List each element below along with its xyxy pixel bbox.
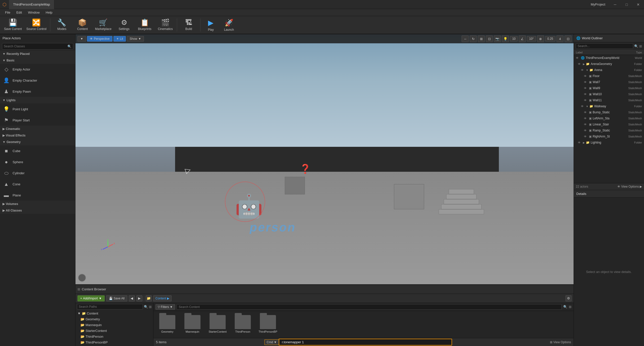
viewport-scene[interactable]: 🤖 ❓ ▷ person X Z Y xyxy=(75,34,574,284)
outliner-item-ramp[interactable]: 👁 ▣ Ramp_Static StaticMesh xyxy=(574,127,644,133)
actor-cylinder[interactable]: ⬭ Cylinder xyxy=(0,167,75,179)
vp-snap-btn[interactable]: ⊡ xyxy=(486,36,493,42)
category-all-classes[interactable]: ▶ All Classes xyxy=(0,207,75,214)
folder-third-person-bp[interactable]: ThirdPersonBP xyxy=(257,314,279,335)
show-btn[interactable]: Show ▼ xyxy=(127,36,144,42)
outliner-item-walkway[interactable]: 👁 ▼ 📁 Walkway Folder xyxy=(574,103,644,109)
actor-cone[interactable]: ▲ Cone xyxy=(0,179,75,190)
folder-geometry[interactable]: Geometry xyxy=(156,314,179,335)
actor-player-start[interactable]: ⚑ Player Start xyxy=(0,115,75,126)
folder-third-person[interactable]: ThirdPerson xyxy=(231,314,254,335)
forward-button[interactable]: ▶ xyxy=(136,295,142,301)
category-recently-placed[interactable]: ▼ Recently Placed xyxy=(0,51,75,57)
cb-folder-btn[interactable]: 📁 xyxy=(146,295,152,301)
blueprints-button[interactable]: 📋 Blueprints xyxy=(135,17,155,33)
outliner-item-arena-geometry[interactable]: 👁 ▶ 📁 ArenaGeometry Folder xyxy=(574,61,644,67)
vp-scale-value[interactable]: 0.25 xyxy=(545,36,555,42)
cinematics-button[interactable]: 🎬 Cinematics xyxy=(155,17,175,33)
play-button[interactable]: ▶ Play xyxy=(202,17,220,33)
viewport-dropdown-btn[interactable]: ▼ xyxy=(77,36,86,42)
menu-edit[interactable]: Edit xyxy=(13,9,25,16)
outliner-item-rightarm[interactable]: 👁 ▣ RightArm_St StaticMesh xyxy=(574,133,644,140)
vp-camera-btn[interactable]: 📷 xyxy=(494,36,501,42)
cb-settings-button[interactable]: ⚙ xyxy=(566,295,572,301)
search-content-input[interactable] xyxy=(177,304,562,310)
actor-empty-character[interactable]: 👤 Empty Character xyxy=(0,75,75,86)
folder-starter-content[interactable]: StarterContent xyxy=(206,314,229,335)
tree-geometry[interactable]: 📂 Geometry xyxy=(75,316,153,322)
vp-rotate-btn[interactable]: ↻ xyxy=(470,36,477,42)
search-classes-bar[interactable]: 🔍 xyxy=(2,43,73,50)
vp-scale-btn[interactable]: ⊞ xyxy=(478,36,485,42)
add-import-button[interactable]: + Add/Import ▼ xyxy=(77,295,105,301)
content-view-settings-icon[interactable]: ⊞ xyxy=(569,305,572,309)
actor-cube[interactable]: ■ Cube xyxy=(0,145,75,156)
outliner-item-arena[interactable]: 👁 ▼ 📁 Arena Folder xyxy=(574,67,644,73)
search-classes-input[interactable] xyxy=(4,45,67,48)
outliner-item-wall9[interactable]: 👁 ▣ Wall9 StaticMesh xyxy=(574,85,644,91)
source-control-button[interactable]: 🔀 Source Control xyxy=(24,17,49,33)
lit-btn[interactable]: ☀ Lit xyxy=(113,36,126,42)
vp-light-btn[interactable]: 💡 xyxy=(502,36,509,42)
vp-camera-speed[interactable]: 4 xyxy=(556,36,564,42)
filters-button[interactable]: ▽ Filters ▼ xyxy=(155,304,175,310)
actor-plane[interactable]: ▬ Plane xyxy=(0,190,75,201)
outliner-item-wall10[interactable]: 👁 ▣ Wall10 StaticMesh xyxy=(574,91,644,97)
vp-transform-btn[interactable]: ↔ xyxy=(462,36,469,42)
outliner-item-bump[interactable]: 👁 ▣ Bump_Static StaticMesh xyxy=(574,109,644,115)
tree-starter-content[interactable]: 📂 StarterContent xyxy=(75,328,153,334)
actor-point-light[interactable]: 💡 Point Light xyxy=(0,103,75,115)
close-button[interactable]: ✕ xyxy=(632,0,644,9)
vp-grid-size[interactable]: 10 xyxy=(510,36,518,42)
category-cinematic[interactable]: ▶ Cinematic xyxy=(0,126,75,132)
folder-mannequin[interactable]: Mannequin xyxy=(181,314,204,335)
breadcrumb-content[interactable]: Content ▶ xyxy=(153,295,172,301)
outliner-item-world[interactable]: 👁 🌐 ThirdPersonExampWorld World xyxy=(574,55,644,61)
outliner-item-leftarm[interactable]: 👁 ▣ LeftArm_Sta StaticMesh xyxy=(574,115,644,121)
category-basic[interactable]: ▼ Basic xyxy=(0,57,75,64)
outliner-item-wall7[interactable]: 👁 ▣ Wall7 StaticMesh xyxy=(574,79,644,85)
tree-mannequin[interactable]: 📂 Mannequin xyxy=(75,322,153,328)
actor-sphere[interactable]: ● Sphere xyxy=(0,156,75,167)
outliner-item-floor[interactable]: 👁 ▣ Floor StaticMesh xyxy=(574,73,644,79)
menu-file[interactable]: File xyxy=(2,9,13,16)
viewport[interactable]: ▼ 👁 Perspective ☀ Lit Show ▼ ↔ ↻ ⊞ xyxy=(75,34,574,284)
content-button[interactable]: 📦 Content xyxy=(72,17,93,33)
vp-angle-value[interactable]: 10° xyxy=(527,36,536,42)
minimize-button[interactable]: ─ xyxy=(609,0,621,9)
category-geometry[interactable]: ▼ Geometry xyxy=(0,139,75,145)
back-button[interactable]: ◀ xyxy=(129,295,135,301)
marketplace-button[interactable]: 🛒 Marketplace xyxy=(93,17,113,33)
launch-button[interactable]: 🚀 Launch xyxy=(220,17,238,33)
outliner-item-lighting[interactable]: 👁 ▶ 📁 Lighting Folder xyxy=(574,140,644,146)
cmd-label[interactable]: Cmd ▼ xyxy=(264,339,279,345)
tree-third-person[interactable]: 📂 ThirdPerson xyxy=(75,334,153,339)
save-all-button[interactable]: 💾 Save All xyxy=(106,295,127,301)
tree-third-person-bp[interactable]: 📂 ThirdPersonBP xyxy=(75,339,153,345)
menu-window[interactable]: Window xyxy=(25,9,43,16)
save-current-button[interactable]: 💾 Save Current xyxy=(2,17,24,33)
build-button[interactable]: 🏗 Build xyxy=(179,17,199,33)
tree-content[interactable]: ▼ 📁 Content xyxy=(75,310,153,316)
vp-maximize-btn[interactable]: ⊡ xyxy=(565,36,572,42)
outliner-item-linear-stair[interactable]: 👁 ▣ Linear_Stair StaticMesh xyxy=(574,121,644,127)
maximize-button[interactable]: □ xyxy=(621,0,632,9)
menu-help[interactable]: Help xyxy=(43,9,56,16)
actor-empty-pawn[interactable]: ♟ Empty Pawn xyxy=(0,86,75,97)
settings-button[interactable]: ⚙ Settings xyxy=(114,17,134,33)
outliner-add-icon[interactable]: ⊞ xyxy=(639,44,642,48)
outliner-item-wall11[interactable]: 👁 ▣ Wall11 StaticMesh xyxy=(574,97,644,103)
category-volumes[interactable]: ▶ Volumes xyxy=(0,201,75,207)
cmd-input[interactable] xyxy=(279,339,452,345)
category-lights[interactable]: ▼ Lights xyxy=(0,97,75,103)
outliner-search-input[interactable] xyxy=(576,43,633,49)
cb-view-options-button[interactable]: ⊞ View Options xyxy=(550,340,571,344)
view-options-button[interactable]: 👁 View Options ▶ xyxy=(617,185,642,188)
search-paths-input[interactable] xyxy=(77,304,143,309)
grid-view-icon[interactable]: ⊞ xyxy=(149,305,152,309)
category-visual-effects[interactable]: ▶ Visual Effects xyxy=(0,132,75,139)
modes-button[interactable]: 🔧 Modes xyxy=(52,17,72,33)
actor-empty-actor[interactable]: ◇ Empty Actor xyxy=(0,64,75,75)
perspective-btn[interactable]: 👁 Perspective xyxy=(87,36,112,42)
title-tab[interactable]: ThirdPersonExampleMap xyxy=(9,0,54,9)
